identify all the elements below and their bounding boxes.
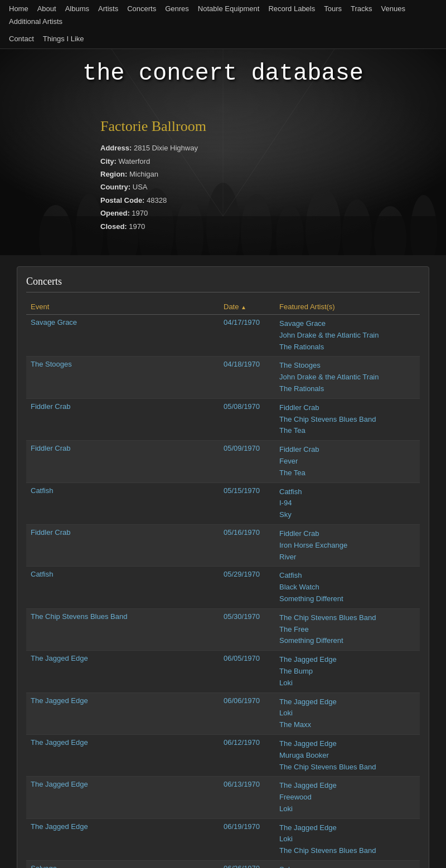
artist-link[interactable]: Loki [279, 803, 415, 815]
artist-link[interactable]: Something Different [279, 635, 415, 647]
artist-link[interactable]: Fiddler Crab [279, 402, 415, 414]
event-cell: The Jagged Edge [26, 734, 219, 776]
country-label: Country: [100, 183, 130, 191]
top-navigation: HomeAboutAlbumsArtistsConcertsGenresNota… [0, 0, 446, 49]
nav-link-artists[interactable]: Artists [94, 2, 123, 15]
nav-link-albums[interactable]: Albums [61, 2, 94, 15]
artist-link[interactable]: The Chip Stevens Blues Band [279, 612, 415, 624]
artist-link[interactable]: The Tea [279, 425, 415, 437]
event-link[interactable]: Savage Grace [31, 318, 215, 326]
artist-link[interactable]: The Bump [279, 666, 415, 677]
nav-link-additional-artists[interactable]: Additional Artists [4, 15, 67, 28]
table-row: The Jagged Edge06/12/1970The Jagged Edge… [26, 734, 420, 776]
venue-postal-row: Postal Code: 48328 [100, 194, 206, 207]
nav-link-things-i-like[interactable]: Things I Like [38, 32, 89, 45]
closed-label: Closed: [100, 222, 127, 231]
artist-link[interactable]: Freewood [279, 792, 415, 803]
nav-link-contact[interactable]: Contact [4, 32, 38, 45]
nav-link-tours[interactable]: Tours [319, 2, 346, 15]
artist-link[interactable]: John Drake & the Atlantic Train [279, 372, 415, 383]
date-value: 05/15/1970 [224, 486, 260, 495]
artist-link[interactable]: I-94 [279, 498, 415, 509]
date-cell: 04/18/1970 [219, 357, 275, 398]
artist-link[interactable]: River [279, 552, 415, 563]
date-cell: 05/09/1970 [219, 441, 275, 482]
date-value: 06/06/1970 [224, 696, 260, 705]
artists-cell: CatfishI-94Sky [275, 482, 420, 524]
nav-link-venues[interactable]: Venues [377, 2, 410, 15]
event-link[interactable]: The Jagged Edge [31, 738, 215, 747]
table-row: The Jagged Edge06/05/1970The Jagged Edge… [26, 651, 420, 693]
postal-label: Postal Code: [100, 196, 144, 204]
artist-link[interactable]: The Free [279, 624, 415, 636]
event-link[interactable]: The Chip Stevens Blues Band [31, 612, 215, 621]
artist-link[interactable]: Fever [279, 456, 415, 467]
event-link[interactable]: Fiddler Crab [31, 528, 215, 537]
event-link[interactable]: Fiddler Crab [31, 402, 215, 411]
event-cell: The Jagged Edge [26, 777, 219, 818]
event-cell: The Jagged Edge [26, 651, 219, 693]
artist-link[interactable]: Catfish [279, 486, 415, 498]
artist-link[interactable]: Fiddler Crab [279, 528, 415, 540]
artist-link[interactable]: The Tea [279, 467, 415, 479]
table-row: The Stooges04/18/1970The StoogesJohn Dra… [26, 357, 420, 398]
date-cell: 06/26/1970 [219, 861, 275, 868]
event-link[interactable]: Catfish [31, 570, 215, 578]
nav-link-concerts[interactable]: Concerts [123, 2, 161, 15]
artist-link[interactable]: Catfish [279, 570, 415, 582]
artists-cell: CatfishBlack WatchSomething Different [275, 567, 420, 608]
artist-link[interactable]: Loki [279, 677, 415, 689]
artists-cell: The StoogesJohn Drake & the Atlantic Tra… [275, 357, 420, 398]
artist-link[interactable]: Loki [279, 833, 415, 845]
artist-link[interactable]: The Chip Stevens Blues Band [279, 762, 415, 773]
event-link[interactable]: Fiddler Crab [31, 444, 215, 452]
artist-link[interactable]: Iron Horse Exchange [279, 540, 415, 552]
date-value: 06/19/1970 [224, 822, 260, 831]
event-link[interactable]: The Jagged Edge [31, 696, 215, 705]
artist-link[interactable]: The Jagged Edge [279, 822, 415, 834]
event-link[interactable]: Salvage [31, 864, 215, 868]
artist-link[interactable]: Muruga Booker [279, 750, 415, 762]
artist-link[interactable]: The Jagged Edge [279, 780, 415, 792]
nav-link-notable-equipment[interactable]: Notable Equipment [193, 2, 264, 15]
artist-link[interactable]: The Chip Stevens Blues Band [279, 414, 415, 426]
artist-link[interactable]: Salvage [279, 864, 415, 868]
artist-link[interactable]: John Drake & the Atlantic Train [279, 330, 415, 342]
event-link[interactable]: The Jagged Edge [31, 780, 215, 788]
nav-link-about[interactable]: About [33, 2, 61, 15]
artist-link[interactable]: The Jagged Edge [279, 738, 415, 750]
artist-link[interactable]: Fiddler Crab [279, 444, 415, 456]
artist-link[interactable]: Loki [279, 708, 415, 719]
artist-link[interactable]: The Rationals [279, 342, 415, 353]
nav-link-tracks[interactable]: Tracks [346, 2, 377, 15]
event-cell: The Stooges [26, 357, 219, 398]
venue-name: Factorie Ballroom [100, 118, 206, 135]
table-row: Catfish05/15/1970CatfishI-94Sky [26, 482, 420, 524]
artist-link[interactable]: The Stooges [279, 360, 415, 372]
artist-link[interactable]: Sky [279, 509, 415, 521]
artist-link[interactable]: The Chip Stevens Blues Band [279, 845, 415, 857]
date-value: 05/30/1970 [224, 612, 260, 621]
artist-link[interactable]: Something Different [279, 593, 415, 605]
event-link[interactable]: Catfish [31, 486, 215, 495]
event-link[interactable]: The Jagged Edge [31, 654, 215, 662]
event-link[interactable]: The Jagged Edge [31, 822, 215, 831]
artist-link[interactable]: The Jagged Edge [279, 654, 415, 666]
artist-link[interactable]: The Rationals [279, 383, 415, 395]
artist-link[interactable]: The Jagged Edge [279, 696, 415, 708]
date-cell: 05/15/1970 [219, 482, 275, 524]
artist-link[interactable]: Black Watch [279, 582, 415, 593]
nav-link-home[interactable]: Home [4, 2, 33, 15]
artist-link[interactable]: Savage Grace [279, 318, 415, 330]
nav-link-genres[interactable]: Genres [161, 2, 193, 15]
artist-link[interactable]: The Maxx [279, 719, 415, 731]
date-column-header[interactable]: Date ▲ [219, 299, 275, 315]
artists-cell: Savage GraceJohn Drake & the Atlantic Tr… [275, 315, 420, 357]
venue-city-row: City: Waterford [100, 155, 206, 168]
venue-region-row: Region: Michigan [100, 168, 206, 181]
event-link[interactable]: The Stooges [31, 360, 215, 368]
nav-link-record-labels[interactable]: Record Labels [264, 2, 319, 15]
artists-cell: The Jagged EdgeThe BumpLoki [275, 651, 420, 693]
date-value: 05/29/1970 [224, 570, 260, 578]
table-row: Savage Grace04/17/1970Savage GraceJohn D… [26, 315, 420, 357]
